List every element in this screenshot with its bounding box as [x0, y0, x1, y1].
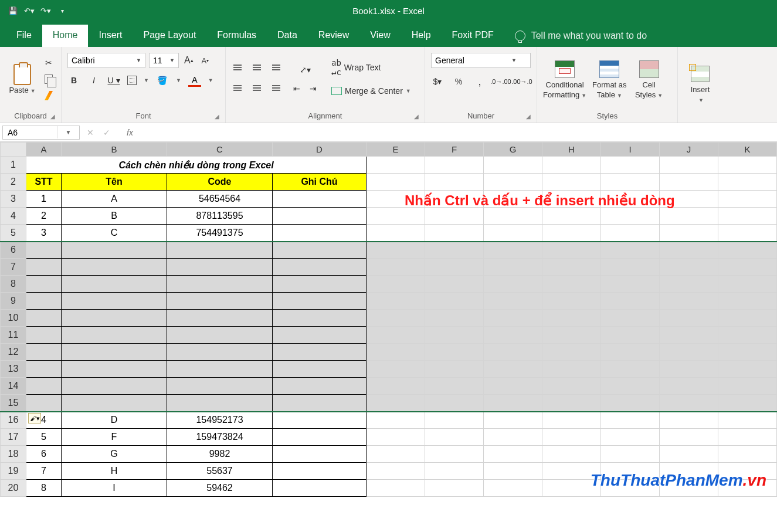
col-header-D[interactable]: D: [273, 143, 367, 157]
cell-B3[interactable]: A: [62, 191, 167, 208]
cell-A6[interactable]: [26, 242, 62, 259]
row-18[interactable]: 18 6 G 9982: [1, 446, 777, 463]
row-16[interactable]: 16 4 D 154952173: [1, 412, 777, 429]
italic-button[interactable]: I: [87, 74, 100, 87]
align-left-button[interactable]: [232, 80, 247, 96]
row-header-13[interactable]: 13: [1, 361, 26, 378]
col-header-F[interactable]: F: [425, 143, 484, 157]
cell-D4[interactable]: [273, 208, 367, 225]
cell-C3[interactable]: 54654564: [167, 191, 273, 208]
cancel-formula-icon[interactable]: ✕: [87, 128, 94, 137]
accounting-format-button[interactable]: $▾: [431, 75, 444, 88]
row-header-18[interactable]: 18: [1, 446, 26, 463]
insert-options-button[interactable]: 🖌▾: [28, 413, 41, 423]
col-header-I[interactable]: I: [601, 143, 660, 157]
cell-C20[interactable]: 59462: [167, 480, 273, 497]
cell-B20[interactable]: I: [62, 480, 167, 497]
tab-file[interactable]: File: [6, 25, 42, 47]
row-5[interactable]: 5 3 C 754491375: [1, 225, 777, 242]
cell-B16[interactable]: D: [62, 412, 167, 429]
cell-D5[interactable]: [273, 225, 367, 242]
qat-customize-icon[interactable]: ▾: [57, 6, 67, 15]
row-header-14[interactable]: 14: [1, 378, 26, 395]
row-header-10[interactable]: 10: [1, 310, 26, 327]
redo-icon[interactable]: ↷▾: [41, 6, 50, 15]
decrease-font-button[interactable]: A▾: [199, 54, 212, 67]
row-header-12[interactable]: 12: [1, 344, 26, 361]
align-bottom-button[interactable]: [267, 63, 282, 78]
align-top-button[interactable]: [232, 63, 247, 78]
decrease-indent-button[interactable]: ⇤: [290, 82, 303, 95]
bold-button[interactable]: B: [67, 74, 80, 87]
format-as-table-button[interactable]: Format as Table▼: [592, 59, 627, 99]
number-format-combo[interactable]: ▼: [431, 53, 531, 68]
col-header-J[interactable]: J: [660, 143, 718, 157]
row-header-3[interactable]: 3: [1, 191, 26, 208]
tab-view[interactable]: View: [359, 25, 401, 47]
name-box-input[interactable]: [3, 126, 57, 139]
cell-header-stt[interactable]: STT: [26, 174, 62, 191]
increase-decimal-button[interactable]: .0→.00: [494, 75, 507, 88]
col-header-H[interactable]: H: [542, 143, 601, 157]
col-header-G[interactable]: G: [484, 143, 542, 157]
conditional-formatting-button[interactable]: Conditional Formatting▼: [543, 59, 586, 99]
row-header-17[interactable]: 17: [1, 429, 26, 446]
align-right-button[interactable]: [267, 80, 282, 96]
row-11[interactable]: 11: [1, 327, 777, 344]
tab-insert[interactable]: Insert: [88, 25, 133, 47]
row-header-5[interactable]: 5: [1, 225, 26, 242]
col-header-A[interactable]: A: [26, 143, 62, 157]
tell-me[interactable]: Tell me what you want to do: [515, 31, 647, 41]
select-all-corner[interactable]: [1, 143, 26, 157]
cell-D3[interactable]: [273, 191, 367, 208]
col-header-E[interactable]: E: [367, 143, 425, 157]
font-color-button[interactable]: A: [188, 74, 201, 87]
tab-data[interactable]: Data: [267, 25, 308, 47]
cell-A5[interactable]: 3: [26, 225, 62, 242]
row-9[interactable]: 9: [1, 293, 777, 310]
row-header-6[interactable]: 6: [1, 242, 26, 259]
paste-button[interactable]: Paste▼: [6, 65, 39, 94]
row-7[interactable]: 7: [1, 259, 777, 276]
formula-input[interactable]: [142, 126, 777, 140]
row-10[interactable]: 10: [1, 310, 777, 327]
cell-A3[interactable]: 1: [26, 191, 62, 208]
comma-format-button[interactable]: ,: [473, 75, 486, 88]
percent-format-button[interactable]: %: [452, 75, 465, 88]
fill-color-button[interactable]: 🪣: [156, 74, 169, 87]
tab-foxit-pdf[interactable]: Foxit PDF: [442, 25, 504, 47]
merge-center-button[interactable]: Merge & Center ▼: [328, 83, 415, 99]
row-15[interactable]: 15: [1, 395, 777, 412]
increase-indent-button[interactable]: ⇥: [307, 82, 320, 95]
font-name-combo[interactable]: ▼: [67, 53, 145, 68]
undo-icon[interactable]: ↶▾: [25, 6, 34, 15]
format-painter-button[interactable]: [42, 89, 55, 102]
orientation-button[interactable]: ⤢▾: [298, 63, 311, 76]
row-header-8[interactable]: 8: [1, 276, 26, 293]
row-header-7[interactable]: 7: [1, 259, 26, 276]
row-12[interactable]: 12: [1, 344, 777, 361]
row-header-20[interactable]: 20: [1, 480, 26, 497]
fx-icon[interactable]: fx: [117, 128, 142, 137]
increase-font-button[interactable]: A▴: [182, 54, 195, 67]
cell-C4[interactable]: 878113595: [167, 208, 273, 225]
row-1[interactable]: 1 Cách chèn nhiều dòng trong Excel: [1, 157, 777, 174]
cell-B5[interactable]: C: [62, 225, 167, 242]
worksheet[interactable]: A B C D E F G H I J K 1 Cách chèn nhiều …: [0, 142, 777, 497]
alignment-dialog-launcher[interactable]: ◢: [414, 113, 419, 120]
tab-page-layout[interactable]: Page Layout: [133, 25, 206, 47]
cell-title[interactable]: Cách chèn nhiều dòng trong Excel: [26, 157, 367, 174]
row-14[interactable]: 14: [1, 378, 777, 395]
cell-B17[interactable]: F: [62, 429, 167, 446]
cell-C17[interactable]: 159473824: [167, 429, 273, 446]
tab-help[interactable]: Help: [401, 25, 442, 47]
cell-A20[interactable]: 8: [26, 480, 62, 497]
align-middle-button[interactable]: [249, 63, 264, 78]
borders-button[interactable]: [127, 76, 137, 85]
row-2[interactable]: 2 STT Tên Code Ghi Chú: [1, 174, 777, 191]
row-4[interactable]: 4 2 B 878113595: [1, 208, 777, 225]
decrease-decimal-button[interactable]: .00→.0: [515, 75, 528, 88]
cell-C18[interactable]: 9982: [167, 446, 273, 463]
clipboard-dialog-launcher[interactable]: ◢: [50, 113, 55, 120]
cell-header-code[interactable]: Code: [167, 174, 273, 191]
